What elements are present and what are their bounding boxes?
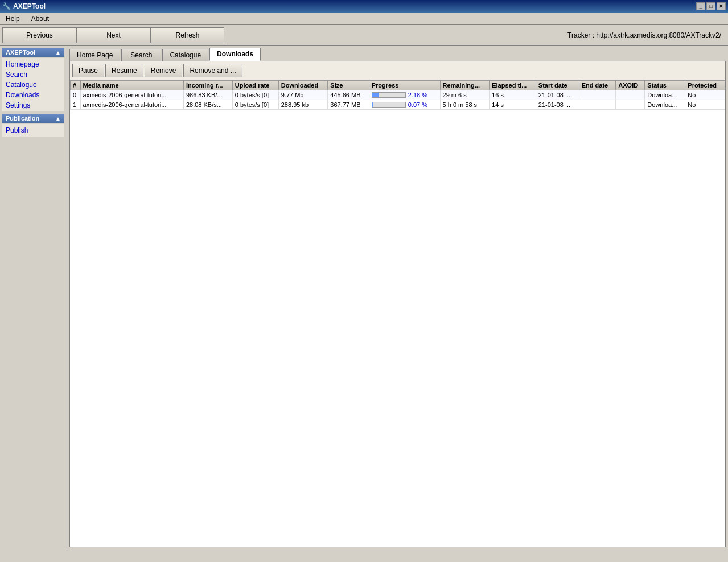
col-remaining: Remaining... [440, 81, 490, 90]
col-size: Size [328, 81, 369, 90]
col-progress: Progress [369, 81, 440, 90]
cell-upload-rate: 0 bytes/s [0] [232, 100, 278, 110]
col-id: # [71, 81, 81, 90]
close-button[interactable]: ✕ [717, 2, 726, 10]
sidebar: AXEPTool ▲ Homepage Search Catalogue Dow… [0, 46, 67, 549]
cell-status: Downloa... [645, 90, 685, 100]
pause-button[interactable]: Pause [72, 64, 104, 77]
table-row[interactable]: 1 axmedis-2006-general-tutori... 28.08 K… [71, 100, 725, 110]
cell-protected: No [685, 90, 725, 100]
sidebar-section-label: AXEPTool [6, 49, 35, 56]
tab-downloads[interactable]: Downloads [209, 48, 261, 61]
col-status: Status [645, 81, 685, 90]
menu-help[interactable]: Help [2, 14, 23, 24]
cell-start-date: 21-01-08 ... [536, 100, 579, 110]
app-icon: 🔧 [2, 2, 11, 10]
sidebar-item-catalogue[interactable]: Catalogue [2, 80, 64, 90]
menubar: Help About [0, 13, 728, 25]
progress-bar-fill [372, 93, 379, 97]
sidebar-item-homepage[interactable]: Homepage [2, 59, 64, 69]
progress-text: 0.07 % [408, 101, 427, 108]
table-body: 0 axmedis-2006-general-tutori... 986.83 … [71, 90, 725, 110]
sidebar-links-axeptool: Homepage Search Catalogue Downloads Sett… [2, 58, 64, 111]
col-incoming-rate: Incoming r... [183, 81, 232, 90]
tab-homepage[interactable]: Home Page [69, 49, 120, 61]
refresh-button[interactable]: Refresh [150, 27, 224, 43]
content-area: Home Page Search Catalogue Downloads Pau… [67, 46, 728, 549]
cell-incoming-rate: 28.08 KB/s... [183, 100, 232, 110]
downloads-table: # Media name Incoming r... Upload rate D… [70, 80, 725, 110]
cell-status: Downloa... [645, 100, 685, 110]
cell-axoid [616, 90, 645, 100]
cell-elapsed: 14 s [490, 100, 536, 110]
cell-id: 0 [71, 90, 81, 100]
col-start-date: Start date [536, 81, 579, 90]
sidebar-item-downloads[interactable]: Downloads [2, 90, 64, 100]
main-layout: AXEPTool ▲ Homepage Search Catalogue Dow… [0, 46, 728, 549]
maximize-button[interactable]: □ [706, 2, 715, 10]
menu-about[interactable]: About [28, 14, 52, 24]
cell-incoming-rate: 986.83 KB/... [183, 90, 232, 100]
titlebar-title: 🔧 AXEPTool [2, 2, 46, 10]
cell-upload-rate: 0 bytes/s [0] [232, 90, 278, 100]
cell-protected: No [685, 100, 725, 110]
cell-remaining: 5 h 0 m 58 s [440, 100, 490, 110]
sidebar-section-publication-label: Publication [6, 115, 39, 122]
col-axoid: AXOID [616, 81, 645, 90]
titlebar-controls: _ □ ✕ [696, 2, 726, 10]
col-protected: Protected [685, 81, 725, 90]
cell-id: 1 [71, 100, 81, 110]
previous-button[interactable]: Previous [2, 27, 76, 43]
cell-progress: 0.07 % [369, 100, 440, 110]
cell-media-name: axmedis-2006-general-tutori... [80, 90, 183, 100]
cell-downloaded: 288.95 kb [278, 100, 328, 110]
remove-and-button[interactable]: Remove and ... [183, 64, 242, 77]
tabbar: Home Page Search Catalogue Downloads [67, 46, 728, 61]
table-row[interactable]: 0 axmedis-2006-general-tutori... 986.83 … [71, 90, 725, 100]
progress-bar-bg [372, 92, 406, 98]
app-title: AXEPTool [13, 2, 46, 10]
toolbar: Previous Next Refresh Tracker : http://a… [0, 25, 728, 46]
sidebar-links-publication: Publish [2, 124, 64, 137]
cell-size: 445.66 MB [328, 90, 369, 100]
cell-remaining: 29 m 6 s [440, 90, 490, 100]
tab-search[interactable]: Search [121, 49, 161, 61]
chevron-up-icon: ▲ [55, 49, 61, 56]
table-header: # Media name Incoming r... Upload rate D… [71, 81, 725, 90]
cell-end-date [579, 90, 616, 100]
sidebar-item-publish[interactable]: Publish [2, 125, 64, 135]
downloads-table-wrapper[interactable]: # Media name Incoming r... Upload rate D… [70, 80, 725, 547]
cell-axoid [616, 100, 645, 110]
col-end-date: End date [579, 81, 616, 90]
chevron-up-icon-2: ▲ [55, 115, 61, 122]
cell-downloaded: 9.77 Mb [278, 90, 328, 100]
col-downloaded: Downloaded [278, 81, 328, 90]
titlebar: 🔧 AXEPTool _ □ ✕ [0, 0, 728, 13]
downloads-panel: Pause Resume Remove Remove and ... # Med… [69, 61, 726, 547]
tracker-info: Tracker : http://axtrk.axmedis.org:8080/… [224, 31, 726, 39]
col-media-name: Media name [80, 81, 183, 90]
minimize-button[interactable]: _ [696, 2, 705, 10]
remove-button[interactable]: Remove [145, 64, 183, 77]
cell-media-name: axmedis-2006-general-tutori... [80, 100, 183, 110]
tab-catalogue[interactable]: Catalogue [162, 49, 208, 61]
col-elapsed: Elapsed ti... [490, 81, 536, 90]
col-upload-rate: Upload rate [232, 81, 278, 90]
cell-elapsed: 16 s [490, 90, 536, 100]
resume-button[interactable]: Resume [105, 64, 143, 77]
cell-end-date [579, 100, 616, 110]
panel-buttons: Pause Resume Remove Remove and ... [70, 61, 725, 80]
cell-size: 367.77 MB [328, 100, 369, 110]
sidebar-item-search[interactable]: Search [2, 69, 64, 80]
cell-progress: 2.18 % [369, 90, 440, 100]
next-button[interactable]: Next [76, 27, 150, 43]
cell-start-date: 21-01-08 ... [536, 90, 579, 100]
sidebar-section-publication: Publication ▲ [2, 114, 64, 123]
sidebar-section-axeptool: AXEPTool ▲ [2, 48, 64, 57]
progress-text: 2.18 % [408, 92, 427, 98]
progress-bar-bg [372, 102, 406, 108]
sidebar-item-settings[interactable]: Settings [2, 100, 64, 110]
